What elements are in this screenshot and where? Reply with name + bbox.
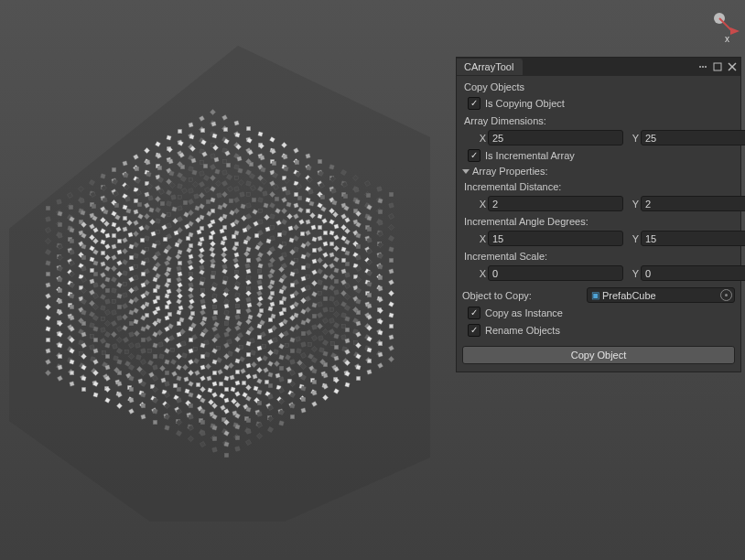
svg-rect-1335 — [212, 294, 218, 299]
svg-rect-794 — [266, 239, 272, 244]
svg-rect-469 — [167, 201, 172, 207]
label-x[interactable]: X — [475, 199, 486, 210]
tab-carraytool[interactable]: CArrayTool — [457, 59, 523, 75]
svg-rect-858 — [102, 350, 106, 355]
checkbox-copy-as-instance[interactable] — [468, 307, 480, 319]
svg-rect-467 — [167, 212, 171, 217]
label-x[interactable]: X — [475, 268, 486, 279]
svg-rect-1201 — [141, 349, 146, 354]
svg-rect-1224 — [224, 376, 230, 382]
close-icon[interactable] — [728, 62, 737, 71]
input-object-to-copy[interactable]: ▣ PrefabCube — [587, 287, 735, 303]
svg-rect-133 — [258, 209, 263, 213]
svg-rect-1087 — [128, 232, 134, 238]
svg-rect-735 — [289, 238, 295, 243]
svg-rect-1078 — [235, 304, 240, 308]
copy-object-button[interactable]: Copy Object — [462, 346, 735, 364]
svg-rect-905 — [137, 202, 142, 207]
header-copy-objects: Copy Objects — [462, 80, 735, 93]
input-angle-y[interactable] — [641, 231, 745, 246]
svg-rect-1018 — [246, 297, 252, 303]
svg-rect-362 — [200, 128, 205, 133]
svg-rect-406 — [356, 299, 362, 305]
svg-rect-721 — [123, 161, 128, 167]
svg-rect-804 — [184, 377, 189, 382]
svg-rect-651 — [134, 210, 139, 215]
svg-rect-1225 — [46, 283, 51, 288]
svg-rect-1248 — [129, 310, 135, 316]
svg-rect-445 — [262, 344, 266, 349]
popout-icon[interactable] — [713, 62, 722, 71]
object-picker-icon[interactable] — [720, 289, 732, 301]
context-menu-icon[interactable] — [698, 62, 707, 71]
svg-rect-706 — [301, 331, 306, 336]
svg-rect-184 — [294, 192, 298, 197]
svg-rect-59 — [329, 296, 335, 302]
label-x[interactable]: X — [475, 133, 486, 144]
svg-rect-882 — [268, 372, 274, 378]
svg-rect-766 — [290, 338, 296, 343]
svg-rect-472 — [345, 273, 351, 278]
svg-rect-140 — [341, 247, 347, 253]
label-y[interactable]: Y — [628, 133, 639, 144]
label-y[interactable]: Y — [628, 268, 639, 279]
svg-rect-1180 — [81, 332, 87, 338]
input-scale-x[interactable] — [488, 265, 623, 281]
svg-rect-276 — [378, 341, 383, 346]
svg-rect-97 — [211, 209, 215, 213]
svg-rect-1165 — [93, 349, 99, 354]
svg-rect-952 — [257, 324, 263, 329]
svg-rect-1006 — [246, 363, 252, 369]
svg-rect-853 — [243, 240, 249, 245]
label-x[interactable]: X — [475, 233, 486, 244]
checkbox-is-incremental[interactable] — [468, 149, 480, 162]
scene-viewport[interactable]: x CArrayTool Copy Objects Is Copying Obj… — [0, 0, 745, 560]
svg-rect-409 — [178, 195, 182, 199]
svg-rect-476 — [345, 251, 351, 256]
svg-rect-845 — [148, 196, 154, 201]
svg-rect-965 — [126, 209, 132, 214]
svg-rect-704 — [301, 342, 307, 348]
svg-rect-806 — [208, 388, 213, 393]
svg-rect-873 — [90, 334, 94, 339]
svg-rect-1216 — [129, 332, 135, 338]
label-y[interactable]: Y — [628, 233, 639, 244]
orientation-gizmo[interactable]: x — [699, 5, 740, 46]
svg-rect-1308 — [81, 244, 87, 250]
checkbox-rename-objects[interactable] — [468, 324, 480, 337]
label-y[interactable]: Y — [628, 199, 639, 210]
svg-rect-462 — [345, 328, 350, 332]
checkbox-is-copying[interactable] — [468, 97, 480, 110]
svg-rect-302 — [211, 122, 217, 127]
svg-rect-53 — [258, 264, 264, 269]
svg-rect-1321 — [46, 217, 51, 222]
foldout-array-properties[interactable]: Array Properties: — [462, 166, 735, 177]
input-distance-y[interactable] — [641, 196, 745, 211]
svg-point-1356 — [699, 66, 701, 68]
svg-rect-641 — [134, 264, 138, 269]
svg-rect-387 — [297, 349, 302, 354]
svg-rect-37 — [258, 275, 263, 279]
svg-rect-663 — [157, 166, 162, 170]
svg-rect-1173 — [189, 393, 194, 398]
label-array-properties: Array Properties: — [472, 166, 548, 177]
input-scale-y[interactable] — [641, 265, 745, 281]
svg-rect-1322 — [58, 222, 62, 227]
svg-rect-162 — [222, 170, 228, 176]
input-dimensions-x[interactable] — [488, 130, 623, 145]
input-dimensions-y[interactable] — [641, 130, 745, 145]
svg-rect-1094 — [211, 271, 216, 275]
svg-rect-369 — [284, 167, 289, 172]
svg-rect-385 — [273, 338, 278, 343]
svg-rect-1323 — [70, 228, 75, 233]
svg-rect-557 — [145, 313, 149, 318]
svg-rect-1141 — [189, 415, 194, 420]
svg-rect-741 — [159, 354, 165, 360]
svg-rect-1010 — [246, 341, 252, 347]
input-angle-x[interactable] — [488, 231, 623, 246]
input-distance-x[interactable] — [488, 196, 623, 211]
svg-rect-303 — [223, 127, 228, 132]
svg-rect-998 — [246, 407, 252, 413]
svg-rect-1207 — [212, 382, 218, 387]
svg-rect-1267 — [165, 316, 170, 321]
